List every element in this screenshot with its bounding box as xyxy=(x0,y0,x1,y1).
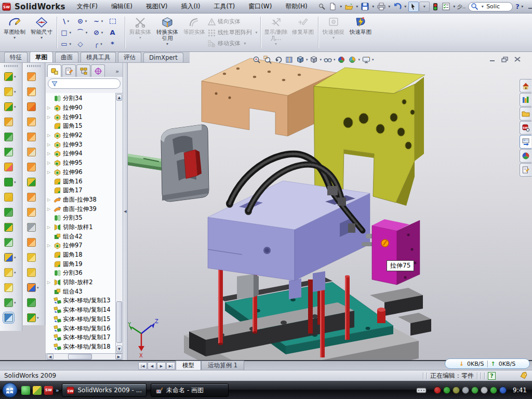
sheetmetal-tool-13[interactable] xyxy=(23,250,45,265)
tree-item[interactable]: 实体-移动/复制16 xyxy=(46,324,115,333)
tree-item[interactable]: 组合42 xyxy=(46,232,115,241)
entity-sketch-fillet-button[interactable]: ╭▾ xyxy=(91,38,107,50)
undo-button-caret[interactable]: ▾ xyxy=(403,4,408,9)
tree-item[interactable]: 实体-移动/复制18 xyxy=(46,342,115,352)
solidworks-quicklaunch-icon[interactable]: SW xyxy=(44,386,53,395)
tree-item[interactable]: ▷ 拉伸93 xyxy=(46,140,115,149)
expand-arrow-icon[interactable]: ▷ xyxy=(47,170,50,175)
tree-item[interactable]: 实体-移动/复制15 xyxy=(46,315,115,324)
ribbon-convert-entities-button[interactable]: 转换实体引用 ▾ xyxy=(154,15,181,50)
tree-vertical-scrollbar[interactable]: ▲ ▼ xyxy=(115,93,123,353)
expand-arrow-icon[interactable]: ▷ xyxy=(47,142,50,147)
scroll-thumb[interactable] xyxy=(68,354,92,360)
features-tool-9[interactable] xyxy=(0,190,22,205)
view-settings-icon[interactable] xyxy=(361,55,371,64)
sheetmetal-tool-16[interactable] xyxy=(23,295,45,310)
expand-arrow-icon[interactable]: ▷ xyxy=(47,151,50,156)
select-tool-button[interactable] xyxy=(408,2,419,12)
features-tool-11[interactable] xyxy=(0,220,22,235)
taskbar-button-solidworks[interactable]: SW SolidWorks 2009 - ... xyxy=(62,383,147,397)
features-tool-16[interactable]: ▾ xyxy=(0,295,22,310)
sheetmetal-tool-3[interactable] xyxy=(23,99,45,114)
toolbar-overflow-label[interactable]: 少.. xyxy=(457,3,466,10)
features-tool-4[interactable] xyxy=(0,114,22,129)
zoom-to-fit-icon[interactable] xyxy=(251,55,261,64)
part-insert-block[interactable] xyxy=(372,219,420,285)
sheetmetal-tool-7[interactable] xyxy=(23,159,45,175)
keyboard-layout-icon[interactable] xyxy=(416,387,427,394)
new-document-button[interactable] xyxy=(328,2,338,12)
scroll-down-button[interactable]: ▼ xyxy=(116,345,122,352)
entity-text-button[interactable]: A xyxy=(107,27,123,38)
ribbon-trim-entities-button[interactable]: 剪裁实体 ▾ xyxy=(127,15,154,50)
search-input[interactable]: Solic xyxy=(486,3,508,10)
tree-item[interactable]: 分割34 xyxy=(46,94,115,103)
sheetmetal-tool-2[interactable] xyxy=(23,84,45,99)
entity-ellipse-button[interactable]: ⊘▾ xyxy=(91,27,107,38)
menu-文件(F)[interactable]: 文件(F) xyxy=(71,1,104,12)
tray-security-green-icon[interactable] xyxy=(443,387,450,394)
tray-update-check-icon[interactable] xyxy=(453,387,460,394)
taskpane-tab-solidworks-resources[interactable] xyxy=(520,79,531,92)
features-tool-6[interactable] xyxy=(0,144,22,159)
ribbon-display-delete-relations-button[interactable]: ⊥ 显示/删除几... ▾ xyxy=(262,15,289,50)
tab-草图[interactable]: 草图 xyxy=(30,51,53,62)
tree-item[interactable]: 实体-移动/复制17 xyxy=(46,333,115,342)
features-tool-10[interactable] xyxy=(0,205,22,220)
doc-close-button[interactable] xyxy=(513,56,522,62)
save-button[interactable] xyxy=(360,2,370,12)
sheet-nav-next-button[interactable]: ▶ xyxy=(157,362,166,370)
display-style-icon[interactable] xyxy=(309,55,319,64)
features-tool-3[interactable]: ▾ xyxy=(0,99,22,114)
taskpane-tab-solidworks-search[interactable]: SW xyxy=(520,121,531,135)
ribbon-rapid-sketch-button[interactable]: 快速草图 xyxy=(347,15,374,50)
entity-arc-button[interactable]: ⌒▾ xyxy=(75,27,91,38)
panel-splitter[interactable]: ◀ xyxy=(123,63,128,360)
edit-appearance-icon[interactable] xyxy=(337,55,347,64)
tree-item[interactable]: ▷ 切除-放样1 xyxy=(46,223,115,232)
ribbon-repair-sketch-button[interactable]: + 修复草图 xyxy=(289,15,316,50)
expand-arrow-icon[interactable]: ▷ xyxy=(47,161,50,165)
select-tool-caret[interactable]: ▾ xyxy=(419,2,430,12)
undo-button[interactable] xyxy=(392,2,403,12)
tree-item[interactable]: ▷ 拉伸90 xyxy=(46,103,115,113)
features-tool-5[interactable] xyxy=(0,129,22,144)
tree-item[interactable]: 圆角19 xyxy=(46,259,115,269)
tree-item[interactable]: ▷ 拉伸91 xyxy=(46,112,115,122)
panel-tab-configurationmanager[interactable] xyxy=(76,64,90,77)
tree-horizontal-scrollbar[interactable]: ◀ ▶ xyxy=(46,353,123,360)
taskpane-tab-view-palette[interactable] xyxy=(520,135,531,149)
tray-volume-icon[interactable] xyxy=(462,387,469,394)
tree-item[interactable]: ▷ 拉伸95 xyxy=(46,158,115,168)
print-button-caret[interactable]: ▾ xyxy=(387,4,392,9)
tag-icon[interactable] xyxy=(520,372,528,379)
features-tool-8[interactable]: ▾ xyxy=(0,175,22,190)
part-red-insert[interactable] xyxy=(184,150,202,179)
window-minimize-button[interactable] xyxy=(525,2,532,12)
tab-模具工具[interactable]: 模具工具 xyxy=(81,52,116,62)
panel-tab-propertymanager[interactable] xyxy=(62,64,76,77)
options-traffic-light-button[interactable] xyxy=(430,2,441,12)
tree-item[interactable]: ▷ 拉伸97 xyxy=(46,241,115,250)
tree-filter-box[interactable] xyxy=(48,78,121,89)
tree-item[interactable]: 实体-移动/复制13 xyxy=(46,296,115,305)
expand-arrow-icon[interactable]: ▷ xyxy=(47,225,50,230)
selection-filter-caret[interactable]: ▾ xyxy=(452,4,457,9)
taskpane-tab-custom-properties[interactable] xyxy=(520,163,531,177)
ribbon-linear-sketch-pattern-button[interactable]: 线性草图阵列▾ xyxy=(208,28,259,37)
tree-item[interactable]: ▷ 曲面-拉伸38 xyxy=(46,195,115,205)
tray-network-up-icon[interactable] xyxy=(471,387,478,394)
part-guide-clamp[interactable] xyxy=(161,125,209,202)
selection-filter-button[interactable] xyxy=(441,2,451,12)
panel-tab-dimxpertmanager[interactable] xyxy=(91,64,105,77)
scroll-up-button[interactable]: ▲ xyxy=(116,94,122,101)
entity-circle-button[interactable]: ⊙▾ xyxy=(75,16,91,27)
tab-曲面[interactable]: 曲面 xyxy=(55,52,78,62)
features-tool-15[interactable] xyxy=(0,280,22,295)
sheetmetal-tool-12[interactable] xyxy=(23,235,45,250)
entity-line-button[interactable]: \▾ xyxy=(59,16,75,27)
features-tool-17[interactable] xyxy=(0,310,22,325)
scroll-thumb[interactable] xyxy=(116,301,122,343)
doc-restore-button[interactable] xyxy=(501,56,509,62)
view-orientation-icon[interactable] xyxy=(295,55,305,64)
